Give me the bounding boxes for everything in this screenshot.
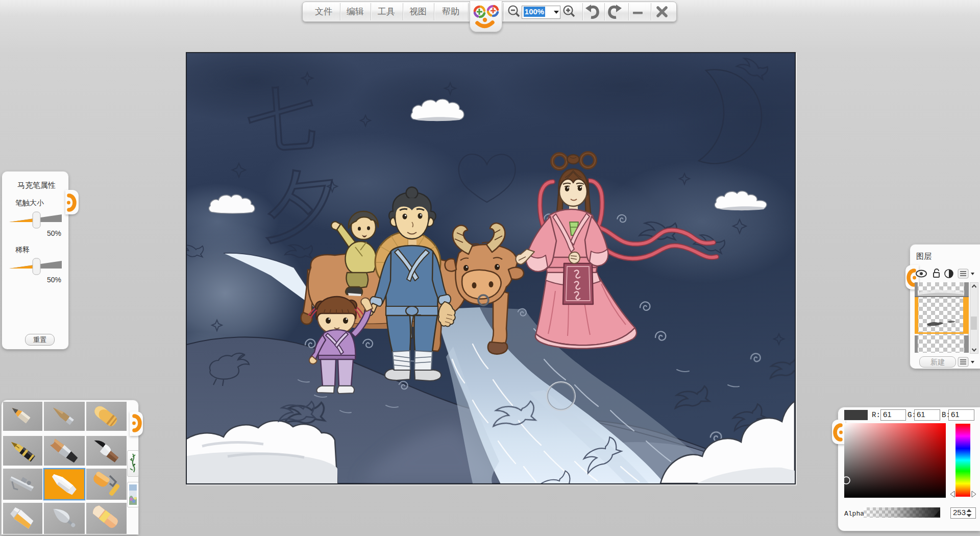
svg-text:七: 七 — [246, 80, 318, 159]
svg-text:夕: 夕 — [257, 158, 342, 251]
